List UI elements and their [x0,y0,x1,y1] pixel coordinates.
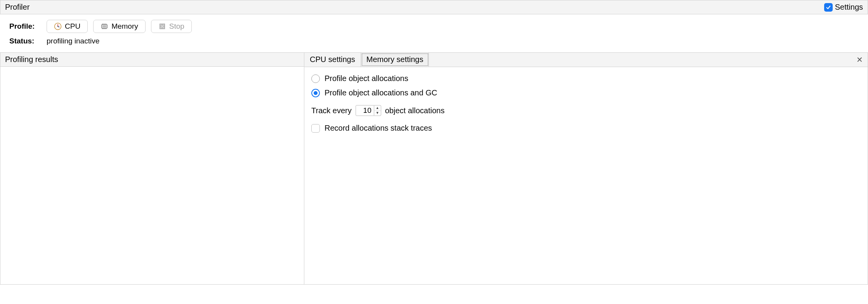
results-header: Profiling results [0,53,304,67]
status-value: profiling inactive [47,37,99,45]
stop-button-label: Stop [169,22,184,31]
tab-cpu-settings[interactable]: CPU settings [304,53,361,67]
svg-rect-3 [103,25,106,28]
settings-label: Settings [835,3,863,12]
clock-icon [54,22,62,30]
record-stack-traces-checkbox[interactable]: Record allocations stack traces [311,124,861,133]
track-every-input[interactable] [356,105,374,116]
svg-point-1 [57,26,59,27]
track-every-row: Track every ▲ ▼ object allocations [311,105,861,116]
track-every-prefix: Track every [311,106,352,115]
settings-toggle[interactable]: Settings [824,3,863,12]
settings-tabs: CPU settings Memory settings ✕ [304,53,868,67]
track-every-spinner[interactable]: ▲ ▼ [356,105,381,116]
tab-memory-settings[interactable]: Memory settings [361,53,429,67]
profiler-toolbar: Profile: CPU Memory Stop St [0,14,868,52]
stepper-down-icon[interactable]: ▼ [374,111,381,116]
results-body [0,67,304,284]
record-stack-traces-label: Record allocations stack traces [325,124,432,133]
radio-profile-allocations[interactable]: Profile object allocations [311,74,861,83]
close-icon: ✕ [856,55,863,64]
results-pane: Profiling results [0,52,304,285]
radio-selected-icon [311,89,320,97]
checkbox-checked-icon [824,3,833,12]
memory-settings-content: Profile object allocations Profile objec… [304,67,868,284]
profiler-header: Profiler Settings [0,0,868,14]
memory-button[interactable]: Memory [93,20,146,33]
checkbox-unchecked-icon [311,124,320,133]
profiler-title: Profiler [5,3,30,12]
radio-profile-allocations-gc-label: Profile object allocations and GC [325,88,437,97]
close-settings-button[interactable]: ✕ [852,53,868,67]
stop-icon [158,22,166,30]
status-label: Status: [9,37,41,45]
cpu-button-label: CPU [65,22,80,31]
cpu-button[interactable]: CPU [47,20,88,33]
stop-button[interactable]: Stop [151,20,192,33]
radio-profile-allocations-gc[interactable]: Profile object allocations and GC [311,88,861,97]
memory-button-label: Memory [111,22,138,31]
radio-profile-allocations-label: Profile object allocations [325,74,408,83]
profile-label: Profile: [9,22,41,31]
track-every-suffix: object allocations [385,106,444,115]
settings-pane: CPU settings Memory settings ✕ Profile o… [304,52,868,285]
stepper-up-icon[interactable]: ▲ [374,105,381,111]
radio-unselected-icon [311,74,320,83]
memory-chip-icon [101,22,108,30]
